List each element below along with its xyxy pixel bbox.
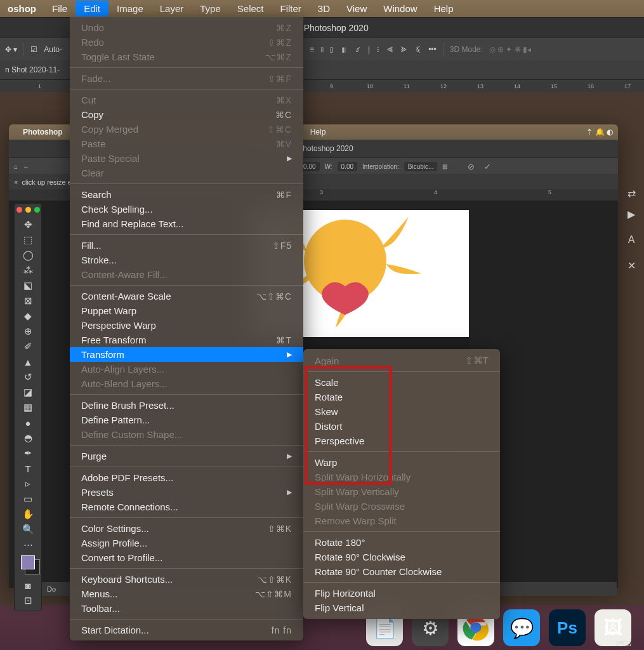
transform-menu-warp[interactable]: Warp [303, 455, 500, 470]
transform-menu-rotate-90-counter-clockwise[interactable]: Rotate 90° Counter Clockwise [303, 564, 500, 579]
transform-menu-distort[interactable]: Distort [303, 419, 500, 434]
edit-menu-define-pattern-[interactable]: Define Pattern... [70, 413, 303, 427]
edit-menu-define-custom-shape-: Define Custom Shape... [70, 427, 303, 442]
align-icons[interactable]: ≡ ⫴ ⫿ ⫼ ⫽ | ⫶ ⫷ ⫸ ⫹ [310, 45, 422, 54]
3dmode-label: 3D Mode: [450, 45, 483, 54]
wand-tool[interactable]: ⁂ [20, 263, 36, 277]
transform-menu-skew[interactable]: Skew [303, 404, 500, 419]
menu-edit[interactable]: Edit [76, 1, 108, 17]
transform-menu-rotate-90-clockwise[interactable]: Rotate 90° Clockwise [303, 550, 500, 564]
edit-menu-start-dictation-[interactable]: Start Dictation...fn fn [70, 623, 303, 637]
edit-menu-transform[interactable]: Transform▶ [70, 347, 303, 362]
edit-menu-cut: Cut⌘X [70, 93, 303, 107]
tools-icon[interactable]: ✕ [628, 260, 636, 272]
transform-menu-rotate-180-[interactable]: Rotate 180° [303, 535, 500, 550]
shape-tool[interactable]: ▭ [20, 492, 36, 506]
marquee-tool[interactable]: ⬚ [20, 233, 36, 247]
dodge-tool[interactable]: ◓ [20, 431, 36, 445]
transform-menu-split-warp-horizontally: Split Warp Horizontally [303, 470, 500, 484]
quickmask-tool[interactable]: ◙ [20, 578, 36, 592]
confirm-icon[interactable]: ✓ [482, 161, 493, 172]
blur-tool[interactable]: ● [20, 416, 36, 430]
menu-filter[interactable]: Filter [272, 1, 310, 17]
edit-menu-assign-profile-[interactable]: Assign Profile... [70, 536, 303, 550]
home-icon[interactable]: ⌂ [14, 163, 18, 170]
menu-file[interactable]: File [44, 1, 76, 17]
auto-checkbox[interactable]: ☑ [30, 45, 37, 54]
edit-menu-check-spelling-[interactable]: Check Spelling... [70, 202, 303, 216]
menu-image[interactable]: Image [108, 1, 152, 17]
3d-icons[interactable]: ◎ ⊕ ✦ ❋ ▮◂ [489, 45, 531, 54]
edit-menu-presets[interactable]: Presets▶ [70, 485, 303, 500]
menu-3d[interactable]: 3D [310, 1, 338, 17]
more-icon[interactable]: ••• [428, 45, 437, 54]
w-field[interactable]: 0.00 [338, 162, 357, 171]
transform-menu-flip-vertical[interactable]: Flip Vertical [303, 600, 500, 615]
edit-menu-color-settings-[interactable]: Color Settings...⇧⌘K [70, 521, 303, 536]
edit-menu-free-transform[interactable]: Free Transform⌘T [70, 333, 303, 347]
edit-menu-stroke-[interactable]: Stroke... [70, 253, 303, 267]
edit-toolbar[interactable]: ⋯ [20, 538, 36, 552]
grid-icon[interactable]: ⊞ [442, 163, 447, 170]
menu-type[interactable]: Type [192, 1, 229, 17]
pen-tool[interactable]: ✒ [20, 446, 36, 460]
history-icon[interactable]: ⇄ [628, 187, 636, 199]
gradient-tool[interactable]: ▦ [20, 401, 36, 415]
menu-view[interactable]: View [338, 1, 375, 17]
edit-menu-auto-blend-layers-: Auto-Blend Layers... [70, 376, 303, 391]
history-brush-tool[interactable]: ↺ [20, 370, 36, 384]
edit-menu-convert-to-profile-[interactable]: Convert to Profile... [70, 550, 303, 565]
edit-menu-adobe-pdf-presets-[interactable]: Adobe PDF Presets... [70, 470, 303, 485]
tab-label: n Shot 2020-11- [5, 65, 60, 74]
edit-menu-menus-[interactable]: Menus...⌥⇧⌘M [70, 587, 303, 601]
move-tool[interactable]: ✥ [20, 218, 36, 232]
stamp-tool[interactable]: ▲ [20, 355, 36, 369]
transform-menu-rotate[interactable]: Rotate [303, 390, 500, 404]
lasso-tool[interactable]: ◯ [20, 248, 36, 262]
edit-menu-remote-connections-[interactable]: Remote Connections... [70, 500, 303, 514]
type-panel-icon[interactable]: A [628, 234, 635, 246]
transform-menu-scale[interactable]: Scale [303, 375, 500, 390]
eyedropper-tool[interactable]: ◆ [20, 309, 36, 323]
edit-menu-content-aware-scale[interactable]: Content-Aware Scale⌥⇧⌘C [70, 289, 303, 303]
brush-tool[interactable]: ✐ [20, 340, 36, 354]
transform-menu-remove-warp-split: Remove Warp Split [303, 514, 500, 528]
path-tool[interactable]: ▹ [20, 477, 36, 491]
edit-menu-purge[interactable]: Purge▶ [70, 449, 303, 463]
dock-messages[interactable]: 💬 [503, 609, 540, 646]
menu-help[interactable]: Help [426, 1, 462, 17]
type-tool[interactable]: T [20, 461, 36, 475]
edit-menu-perspective-warp[interactable]: Perspective Warp [70, 318, 303, 333]
edit-menu-find-and-replace-text-[interactable]: Find and Replace Text... [70, 216, 303, 231]
edit-menu-puppet-warp[interactable]: Puppet Warp [70, 303, 303, 318]
frame-tool[interactable]: ⊠ [20, 294, 36, 308]
healing-tool[interactable]: ⊕ [20, 324, 36, 338]
interp-select[interactable]: Bicubic... [404, 162, 438, 171]
crop-tool[interactable]: ⬕ [20, 279, 36, 293]
hand-tool[interactable]: ✋ [20, 507, 36, 521]
zoom-tool[interactable]: 🔍 [20, 522, 36, 536]
move-tool-icon[interactable]: ✥ ▾ [5, 45, 17, 54]
menu-layer[interactable]: Layer [152, 1, 192, 17]
menu-select[interactable]: Select [229, 1, 272, 17]
edit-menu-copy[interactable]: Copy⌘C [70, 107, 303, 122]
edit-menu-toolbar-[interactable]: Toolbar... [70, 601, 303, 616]
edit-menu-define-brush-preset-[interactable]: Define Brush Preset... [70, 398, 303, 413]
play-icon[interactable]: ▶ [628, 208, 635, 220]
inner-menu-photoshop[interactable]: Photoshop [23, 128, 63, 136]
menu-window[interactable]: Window [375, 1, 425, 17]
cancel-icon[interactable]: ⊘ [465, 161, 476, 172]
transform-menu-perspective[interactable]: Perspective [303, 434, 500, 448]
eraser-tool[interactable]: ◪ [20, 385, 36, 399]
back-icon[interactable]: ← [23, 163, 29, 170]
screenmode-tool[interactable]: ⊡ [20, 594, 36, 607]
transform-menu-flip-horizontal[interactable]: Flip Horizontal [303, 586, 500, 600]
edit-menu-paste-special: Paste Special▶ [70, 151, 303, 166]
edit-menu-search[interactable]: Search⌘F [70, 187, 303, 202]
edit-menu-keyboard-shortcuts-[interactable]: Keyboard Shortcuts...⌥⇧⌘K [70, 572, 303, 587]
edit-menu-redo: Redo⇧⌘Z [70, 35, 303, 50]
inner-menu-help[interactable]: Help [310, 128, 326, 136]
color-swatch[interactable] [21, 555, 35, 569]
dock-photoshop[interactable]: Ps [549, 609, 586, 646]
edit-menu-fill-[interactable]: Fill...⇧F5 [70, 238, 303, 253]
